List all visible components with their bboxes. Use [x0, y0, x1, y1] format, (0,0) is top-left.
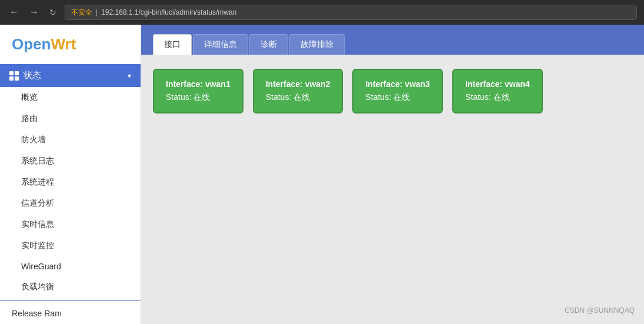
sidebar-item-routing[interactable]: 路由: [0, 108, 141, 129]
browser-chrome: ← → ↻ 不安全 | 192.168.1.1/cgi-bin/luci/adm…: [0, 0, 644, 25]
chevron-down-icon: ▾: [128, 72, 131, 80]
tab-interface[interactable]: 接口: [153, 34, 192, 55]
separator: |: [96, 8, 98, 16]
grid-icon: [9, 71, 19, 81]
logo: OpenWrt: [0, 25, 141, 64]
interface-card-vwan2: Interface: vwan2 Status: 在线: [253, 69, 343, 113]
card-title-vwan4: Interface: vwan4: [465, 79, 530, 89]
card-status-vwan4: Status: 在线: [465, 92, 530, 103]
grid-cell-4: [15, 76, 19, 81]
sidebar-item-channel[interactable]: 信道分析: [0, 193, 141, 214]
grid-cell-1: [9, 71, 14, 75]
card-title-vwan3: Interface: vwan3: [365, 79, 430, 89]
card-title-vwan2: Interface: vwan2: [266, 79, 331, 89]
forward-button[interactable]: →: [27, 5, 41, 20]
release-ram-button[interactable]: Release Ram: [0, 303, 141, 324]
security-warning: 不安全: [71, 8, 92, 18]
grid-cell-2: [15, 71, 19, 75]
content-body: Interface: vwan1 Status: 在线 Interface: v…: [141, 55, 644, 324]
sidebar-item-syslog[interactable]: 系统日志: [0, 151, 141, 172]
logo-wrt: Wrt: [51, 35, 76, 53]
tab-details[interactable]: 详细信息: [193, 34, 248, 55]
sidebar-item-wireguard[interactable]: WireGuard: [0, 256, 141, 276]
sidebar: OpenWrt 状态 ▾ 概览 路由 防火墙 系统日志 系统进程 信道分析 实时…: [0, 25, 141, 324]
sidebar-item-status[interactable]: 状态 ▾: [0, 64, 141, 87]
sidebar-item-realtime-info[interactable]: 实时信息: [0, 214, 141, 235]
sidebar-item-realtime-monitor[interactable]: 实时监控: [0, 235, 141, 256]
reload-button[interactable]: ↻: [47, 5, 59, 19]
content-header: 接口 详细信息 诊断 故障排除: [141, 25, 644, 55]
interface-card-vwan3: Interface: vwan3 Status: 在线: [352, 69, 443, 113]
sidebar-divider: [0, 300, 141, 300]
card-status-vwan2: Status: 在线: [266, 92, 331, 103]
card-status-vwan1: Status: 在线: [166, 92, 231, 103]
status-label: 状态: [24, 70, 41, 81]
main-layout: OpenWrt 状态 ▾ 概览 路由 防火墙 系统日志 系统进程 信道分析 实时…: [0, 25, 644, 324]
sidebar-item-overview[interactable]: 概览: [0, 87, 141, 108]
content-wrapper: 接口 详细信息 诊断 故障排除 Interface: vwan1 Status:…: [141, 25, 644, 324]
tab-bar: 接口 详细信息 诊断 故障排除: [153, 34, 632, 55]
back-button[interactable]: ←: [7, 5, 21, 20]
sidebar-item-processes[interactable]: 系统进程: [0, 172, 141, 193]
sidebar-item-firewall[interactable]: 防火墙: [0, 129, 141, 151]
card-title-vwan1: Interface: vwan1: [166, 79, 231, 89]
tab-troubleshoot[interactable]: 故障排除: [289, 34, 345, 55]
address-bar[interactable]: 不安全 | 192.168.1.1/cgi-bin/luci/admin/sta…: [65, 5, 637, 20]
sidebar-item-load-balance[interactable]: 负载均衡: [0, 276, 141, 298]
interface-card-vwan1: Interface: vwan1 Status: 在线: [153, 69, 243, 113]
logo-open: Open: [12, 35, 51, 53]
url-display: 192.168.1.1/cgi-bin/luci/admin/status/mw…: [101, 8, 236, 16]
watermark: CSDN @SUNNNQAQ: [565, 306, 635, 315]
interface-card-vwan4: Interface: vwan4 Status: 在线: [452, 69, 543, 113]
tab-diagnose[interactable]: 诊断: [249, 34, 288, 55]
grid-cell-3: [9, 76, 14, 81]
interface-cards: Interface: vwan1 Status: 在线 Interface: v…: [153, 69, 632, 113]
card-status-vwan3: Status: 在线: [365, 92, 430, 103]
content-area: 接口 详细信息 诊断 故障排除 Interface: vwan1 Status:…: [141, 25, 644, 324]
